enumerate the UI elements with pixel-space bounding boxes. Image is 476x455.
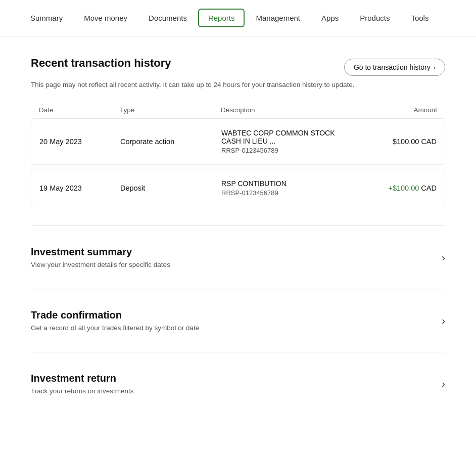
trade-confirmation-link[interactable]: Trade confirmation Get a record of all y… [31,307,445,334]
section-header: Recent transaction history Go to transac… [31,57,445,76]
trade-confirmation-title: Trade confirmation [31,309,199,321]
investment-summary-section: Investment summary View your investment … [31,244,445,270]
cell-type-2: Deposit [120,184,221,192]
amount-positive-2: +$100.00 [388,184,419,192]
recent-transactions-title: Recent transaction history [31,57,171,70]
go-to-transaction-history-button[interactable]: Go to transaction history › [344,59,445,76]
investment-summary-left: Investment summary View your investment … [31,246,170,268]
nav-item-products[interactable]: Products [350,9,400,27]
investment-return-chevron-icon: › [442,378,445,390]
col-header-date: Date [39,106,120,114]
go-to-button-label: Go to transaction history [354,63,431,71]
divider-2 [31,289,445,289]
nav-item-tools[interactable]: Tools [401,9,439,27]
cell-amount-1: $100.00 CAD [356,138,437,146]
recent-transactions-subtitle: This page may not reflect all recent act… [31,80,445,90]
table-row[interactable]: 19 May 2023 Deposit RSP CONTIBUTION RRSP… [31,169,445,207]
nav-item-summary[interactable]: Summary [20,9,73,27]
recent-transactions-section: Recent transaction history Go to transac… [31,57,445,207]
nav-item-reports[interactable]: Reports [198,9,245,27]
investment-summary-title: Investment summary [31,246,170,258]
amount-suffix-2: CAD [419,184,437,192]
nav-item-documents[interactable]: Documents [138,9,197,27]
col-header-type: Type [120,106,221,114]
investment-return-left: Investment return Track your returns on … [31,373,134,395]
desc-main-1: WABTEC CORP COMMON STOCK CASH IN LIEU ..… [221,129,356,145]
main-navigation: Summary Move money Documents Reports Man… [0,0,476,36]
investment-summary-link[interactable]: Investment summary View your investment … [31,244,445,270]
investment-summary-chevron-icon: › [442,252,445,263]
cell-amount-2: +$100.00 CAD [356,184,437,192]
investment-return-link[interactable]: Investment return Track your returns on … [31,371,445,397]
divider-3 [31,352,445,352]
cell-date-1: 20 May 2023 [39,138,120,146]
desc-sub-2: RRSP-0123456789 [221,189,356,197]
trade-confirmation-section: Trade confirmation Get a record of all y… [31,307,445,334]
nav-item-move-money[interactable]: Move money [74,9,137,27]
divider-1 [31,225,445,226]
nav-item-apps[interactable]: Apps [311,9,349,27]
desc-main-2: RSP CONTIBUTION [221,179,356,188]
desc-sub-1: RRSP-0123456789 [221,147,356,154]
col-header-amount: Amount [356,106,437,114]
trade-confirmation-left: Trade confirmation Get a record of all y… [31,309,199,332]
investment-summary-subtitle: View your investment details for specifi… [31,261,170,268]
cell-type-1: Corporate action [120,138,221,146]
trade-confirmation-subtitle: Get a record of all your trades filtered… [31,324,199,332]
col-header-description: Description [221,106,356,114]
investment-return-section: Investment return Track your returns on … [31,371,445,397]
cell-description-2: RSP CONTIBUTION RRSP-0123456789 [221,179,356,197]
table-header: Date Type Description Amount [31,102,445,118]
main-content: Recent transaction history Go to transac… [11,36,465,417]
cell-date-2: 19 May 2023 [39,184,120,192]
table-row[interactable]: 20 May 2023 Corporate action WABTEC CORP… [31,118,445,165]
nav-item-management[interactable]: Management [246,9,310,27]
investment-return-title: Investment return [31,373,134,384]
chevron-right-icon: › [434,64,436,71]
investment-return-subtitle: Track your returns on investments [31,387,134,395]
trade-confirmation-chevron-icon: › [442,315,445,327]
cell-description-1: WABTEC CORP COMMON STOCK CASH IN LIEU ..… [221,129,356,154]
